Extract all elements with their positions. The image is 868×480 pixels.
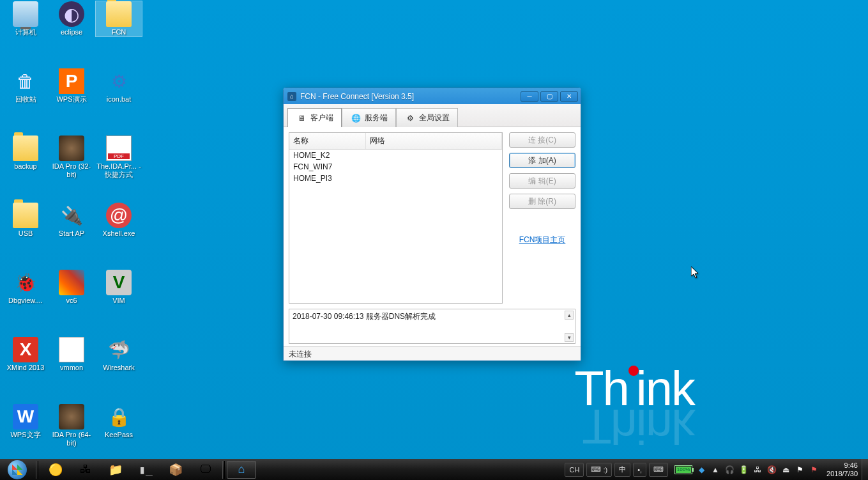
- tab-服务端[interactable]: 🌐服务端: [342, 108, 396, 127]
- desktop-icon-ida-pro-32-bit-[interactable]: IDA Pro (32-bit): [49, 135, 95, 179]
- language-indicator[interactable]: CH: [565, 463, 584, 477]
- minimize-button[interactable]: ─: [521, 91, 538, 102]
- log-panel[interactable]: 2018-07-30 09:46:13 服务器DNS解析完成 ▴ ▾: [289, 309, 575, 344]
- desktop-icon-dbgview-[interactable]: 🐞Dbgview....: [3, 270, 49, 305]
- tray-safe-remove-icon[interactable]: ⏏: [780, 465, 791, 475]
- icon-label: XMind 2013: [3, 364, 49, 372]
- project-homepage-link[interactable]: FCN项目主页: [509, 235, 575, 245]
- taskbar-fcn[interactable]: ⌂: [227, 461, 256, 479]
- icon-label: Start AP: [49, 229, 95, 238]
- icon-label: IDA Pro (64-bit): [49, 431, 95, 447]
- desktop-icon-usb[interactable]: USB: [3, 203, 49, 238]
- tray-action-center-icon[interactable]: ⚑: [795, 465, 805, 475]
- brand-logo-reflection: Think: [582, 399, 694, 454]
- desktop-icon-xshell-exe[interactable]: @Xshell.exe: [96, 203, 142, 238]
- taskbar-folder[interactable]: 📁: [101, 461, 130, 479]
- desktop-icon-wireshark[interactable]: 🦈Wireshark: [96, 337, 142, 372]
- tray-volume-icon[interactable]: 🔇: [766, 465, 777, 475]
- desktop-icon-ida-pro-64-bit-[interactable]: IDA Pro (64-bit): [49, 404, 95, 447]
- close-button[interactable]: ✕: [560, 91, 578, 102]
- tray-battery-icon[interactable]: 🔋: [738, 465, 749, 475]
- column-name[interactable]: 名称: [289, 133, 366, 149]
- windows-logo-icon: [12, 465, 22, 475]
- computer-icon: [13, 1, 38, 27]
- tab-bar: 🖥客户端🌐服务端⚙全局设置: [284, 104, 581, 127]
- vmmon-icon: [59, 337, 84, 362]
- tray-chevron-up-icon[interactable]: ▲: [710, 465, 720, 475]
- ime-indicator[interactable]: ⌨ :): [586, 463, 612, 477]
- desktop-icon-icon-bat[interactable]: ⚙icon.bat: [96, 68, 142, 104]
- taskbar-chrome[interactable]: 🟡: [41, 461, 70, 479]
- edit-button[interactable]: 编 辑(E): [509, 173, 575, 189]
- desktop-icon-the-ida-pr-[interactable]: The.IDA.Pr... - 快捷方式: [96, 135, 142, 179]
- desktop-icon-fcn[interactable]: FCN: [96, 1, 142, 36]
- show-desktop-button[interactable]: [862, 459, 868, 480]
- list-item[interactable]: FCN_WIN7: [289, 161, 502, 173]
- vc6-icon: [59, 270, 84, 295]
- folder-icon: [13, 203, 38, 228]
- taskbar-divider: [36, 461, 38, 479]
- desktop-icon-vmmon[interactable]: vmmon: [49, 337, 95, 372]
- client-server-icon: 🖥: [296, 112, 307, 124]
- ime-soft-keyboard[interactable]: ⌨: [649, 463, 668, 477]
- tab-全局设置[interactable]: ⚙全局设置: [396, 108, 458, 127]
- tab-label: 服务端: [365, 112, 388, 123]
- add-button[interactable]: 添 加(A): [509, 153, 575, 168]
- desktop-icon--[interactable]: 🗑回收站: [3, 68, 49, 104]
- connect-button[interactable]: 连 接(C): [509, 132, 575, 148]
- system-tray: 100% ◆ ▲ 🎧 🔋 🖧 🔇 ⏏ ⚑ ⚑: [671, 465, 823, 475]
- ime-mode[interactable]: 中: [614, 463, 630, 477]
- delete-button[interactable]: 删 除(R): [509, 194, 575, 209]
- maximize-button[interactable]: ▢: [540, 91, 558, 102]
- icon-label: icon.bat: [96, 95, 142, 104]
- connection-list[interactable]: 名称 网络 HOME_K2FCN_WIN7HOME_PI3: [289, 132, 503, 304]
- icon-label: vmmon: [49, 364, 95, 372]
- titlebar[interactable]: ⌂ FCN - Free Connect [Version 3.5] ─ ▢ ✕: [284, 88, 581, 104]
- tray-todesk-icon[interactable]: ◆: [696, 465, 706, 475]
- ime-punct[interactable]: •,: [633, 463, 646, 477]
- clock[interactable]: 9:46 2018/7/30: [823, 461, 862, 478]
- desktop-icon-xmind-2013[interactable]: XXMind 2013: [3, 337, 49, 372]
- desktop-icon-wps-[interactable]: PWPS演示: [49, 68, 95, 104]
- icon-label: KeePass: [96, 431, 142, 439]
- column-network[interactable]: 网络: [366, 133, 502, 149]
- window-title: FCN - Free Connect [Version 3.5]: [300, 92, 521, 101]
- wps-blue-icon: W: [13, 404, 38, 430]
- list-item[interactable]: HOME_PI3: [289, 173, 502, 184]
- icon-label: Xshell.exe: [96, 229, 142, 238]
- taskbar-cmd[interactable]: ▮_: [131, 461, 160, 479]
- log-entry: 2018-07-30 09:46:13 服务器DNS解析完成: [293, 312, 436, 321]
- taskbar: 🟡 🖧 📁 ▮_ 📦 🖵 ⌂ CH ⌨ :) 中 •, ⌨ 100% ◆ ▲ 🎧…: [0, 459, 868, 480]
- desktop[interactable]: Think Think 计算机◐eclipseFCN🗑回收站PWPS演示⚙ico…: [0, 0, 868, 480]
- tray-headset-icon[interactable]: 🎧: [724, 465, 735, 475]
- taskbar-virtualbox[interactable]: 📦: [161, 461, 190, 479]
- battery-indicator[interactable]: 100%: [674, 465, 692, 474]
- desktop-icon-eclipse[interactable]: ◐eclipse: [49, 1, 95, 36]
- desktop-icon-keepass[interactable]: 🔒KeePass: [96, 404, 142, 439]
- taskbar-explorer-net[interactable]: 🖧: [71, 461, 100, 479]
- network-icon: 🖧: [80, 463, 91, 476]
- keyboard-icon: ⌨: [653, 465, 664, 474]
- icon-label: Wireshark: [96, 364, 142, 372]
- desktop-icon-wps-[interactable]: WWPS文字: [3, 404, 49, 439]
- desktop-icon-vc6[interactable]: vc6: [49, 270, 95, 305]
- scroll-up-icon[interactable]: ▴: [565, 311, 574, 320]
- tray-network-icon[interactable]: 🖧: [752, 465, 763, 475]
- tray-shield-icon[interactable]: ⚑: [809, 465, 819, 475]
- taskbar-remote[interactable]: 🖵: [191, 461, 220, 479]
- desktop-icon-vim[interactable]: VVIM: [96, 270, 142, 305]
- clock-date: 2018/7/30: [826, 470, 858, 478]
- tab-客户端[interactable]: 🖥客户端: [287, 108, 342, 127]
- desktop-icon--[interactable]: 计算机: [3, 1, 49, 36]
- woman-icon: [59, 404, 84, 430]
- desktop-icon-start-ap[interactable]: 🔌Start AP: [49, 203, 95, 238]
- desktop-icon-backup[interactable]: backup: [3, 135, 49, 171]
- icon-label: The.IDA.Pr... - 快捷方式: [96, 162, 142, 179]
- scroll-down-icon[interactable]: ▾: [565, 333, 574, 342]
- start-button[interactable]: [0, 459, 34, 480]
- xmind-icon: X: [13, 337, 38, 362]
- status-text: 未连接: [289, 350, 312, 359]
- tab-label: 全局设置: [419, 112, 450, 123]
- list-item[interactable]: HOME_K2: [289, 150, 502, 161]
- icon-label: WPS演示: [49, 95, 95, 104]
